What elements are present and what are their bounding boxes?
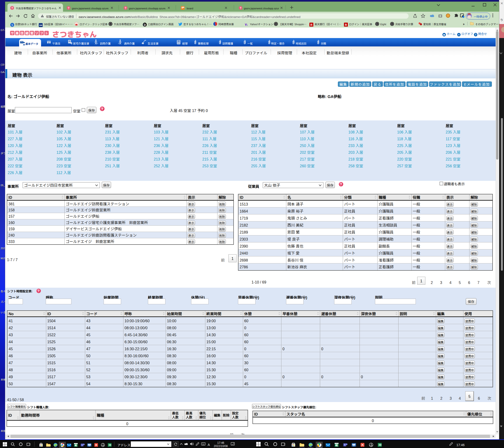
svg-text:T: T [81,443,83,446]
svg-text:給: 給 [335,443,338,447]
svg-text:給: 給 [74,443,77,447]
svg-text:T: T [344,443,345,447]
